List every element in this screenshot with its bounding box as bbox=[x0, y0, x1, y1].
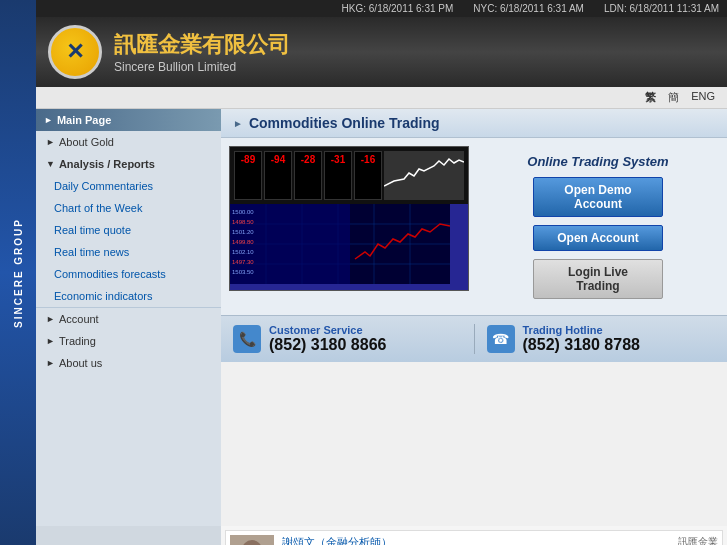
nav-real-time-quote[interactable]: Real time quote bbox=[36, 219, 221, 241]
nav-about-gold[interactable]: ► About Gold bbox=[36, 131, 221, 153]
content-area: ► Main Page ► About Gold ▼ Analysis / Re… bbox=[36, 109, 727, 526]
lang-bar: 繁 簡 ENG bbox=[36, 87, 727, 109]
commodities-title: Commodities Online Trading bbox=[249, 115, 440, 131]
customer-service-item: 📞 Customer Service (852) 3180 8866 bbox=[233, 324, 462, 354]
trading-hotline-number: (852) 3180 8788 bbox=[523, 336, 640, 354]
logo-en: Sincere Bullion Limited bbox=[114, 60, 290, 74]
price-cell-3: -28 bbox=[294, 151, 322, 200]
service-divider bbox=[474, 324, 475, 354]
login-live-trading-button[interactable]: Login Live Trading bbox=[533, 259, 663, 299]
logo-text: 訊匯金業有限公司 Sincere Bullion Limited bbox=[114, 30, 290, 74]
svg-text:1502.10: 1502.10 bbox=[232, 249, 254, 255]
main-wrapper: HKG: 6/18/2011 6:31 PM NYC: 6/18/2011 6:… bbox=[36, 0, 727, 545]
trading-screenshot: -89 -94 -28 -31 -16 bbox=[229, 146, 469, 291]
customer-service-label: Customer Service bbox=[269, 324, 386, 336]
lang-simplified[interactable]: 簡 bbox=[664, 89, 683, 106]
svg-text:1499.80: 1499.80 bbox=[232, 239, 254, 245]
sincere-sidebar: SINCERE GROUP bbox=[0, 0, 36, 545]
news-item-1: 謝頌文（金融分析師） 謝頌文64歲，11961年開始在商界工作，在黃金及商品市場… bbox=[225, 530, 723, 545]
commodities-header: Commodities Online Trading bbox=[221, 109, 727, 138]
price-cell-1: -89 bbox=[234, 151, 262, 200]
sincere-sidebar-label: SINCERE GROUP bbox=[13, 218, 24, 328]
svg-text:1500.00: 1500.00 bbox=[232, 209, 254, 215]
hotline-icon: ☎ bbox=[487, 325, 515, 353]
svg-text:1503.50: 1503.50 bbox=[232, 269, 254, 275]
news-section: 謝頌文（金融分析師） 謝頌文64歲，11961年開始在商界工作，在黃金及商品市場… bbox=[221, 526, 727, 545]
nav-trading[interactable]: ► Trading bbox=[36, 330, 221, 352]
lang-english[interactable]: ENG bbox=[687, 89, 719, 106]
header: 訊匯金業有限公司 Sincere Bullion Limited bbox=[36, 17, 727, 87]
trading-hotline-label: Trading Hotline bbox=[523, 324, 640, 336]
nav-about-us[interactable]: ► About us bbox=[36, 352, 221, 374]
phone-icon: 📞 bbox=[233, 325, 261, 353]
bottom-left-spacer bbox=[36, 526, 221, 545]
trading-section: -89 -94 -28 -31 -16 bbox=[221, 138, 727, 315]
online-trading-panel: Online Trading System Open Demo Account … bbox=[477, 146, 719, 307]
service-section: 📞 Customer Service (852) 3180 8866 ☎ Tra… bbox=[221, 315, 727, 362]
customer-service-number: (852) 3180 8866 bbox=[269, 336, 386, 354]
right-content: Commodities Online Trading -89 -94 -28 -… bbox=[221, 109, 727, 526]
nav-chart-of-week[interactable]: Chart of the Week bbox=[36, 197, 221, 219]
price-cell-5: -16 bbox=[354, 151, 382, 200]
top-bar: HKG: 6/18/2011 6:31 PM NYC: 6/18/2011 6:… bbox=[36, 0, 727, 17]
avatar-1 bbox=[230, 535, 274, 545]
news-date-col-1: 訊匯金業 17/06/2011 bbox=[643, 535, 718, 545]
nav-commodities-forecasts[interactable]: Commodities forecasts bbox=[36, 263, 221, 285]
hkg-time: HKG: 6/18/2011 6:31 PM bbox=[342, 3, 454, 14]
logo-zh: 訊匯金業有限公司 bbox=[114, 30, 290, 60]
nyc-time: NYC: 6/18/2011 6:31 AM bbox=[473, 3, 584, 14]
svg-text:1498.50: 1498.50 bbox=[232, 219, 254, 225]
nav-analysis-reports[interactable]: ▼ Analysis / Reports bbox=[36, 153, 221, 175]
demo-account-button[interactable]: Open Demo Account bbox=[533, 177, 663, 217]
nav-main-page[interactable]: ► Main Page bbox=[36, 109, 221, 131]
news-date-label-1: 訊匯金業 bbox=[643, 535, 718, 545]
news-title-1[interactable]: 謝頌文（金融分析師） bbox=[282, 535, 635, 545]
ldn-time: LDN: 6/18/2011 11:31 AM bbox=[604, 3, 719, 14]
price-cell-4: -31 bbox=[324, 151, 352, 200]
logo-icon bbox=[48, 25, 102, 79]
ots-title: Online Trading System bbox=[527, 154, 668, 169]
price-cell-2: -94 bbox=[264, 151, 292, 200]
open-account-button[interactable]: Open Account bbox=[533, 225, 663, 251]
svg-text:1501.20: 1501.20 bbox=[232, 229, 254, 235]
nav-real-time-news[interactable]: Real time news bbox=[36, 241, 221, 263]
svg-text:1497.30: 1497.30 bbox=[232, 259, 254, 265]
lang-traditional[interactable]: 繁 bbox=[641, 89, 660, 106]
left-nav: ► Main Page ► About Gold ▼ Analysis / Re… bbox=[36, 109, 221, 526]
nav-daily-commentaries[interactable]: Daily Commentaries bbox=[36, 175, 221, 197]
trading-hotline-item: ☎ Trading Hotline (852) 3180 8788 bbox=[487, 324, 716, 354]
nav-account[interactable]: ► Account bbox=[36, 308, 221, 330]
bottom-area: 謝頌文（金融分析師） 謝頌文64歲，11961年開始在商界工作，在黃金及商品市場… bbox=[36, 526, 727, 545]
nav-economic-indicators[interactable]: Economic indicators bbox=[36, 285, 221, 307]
